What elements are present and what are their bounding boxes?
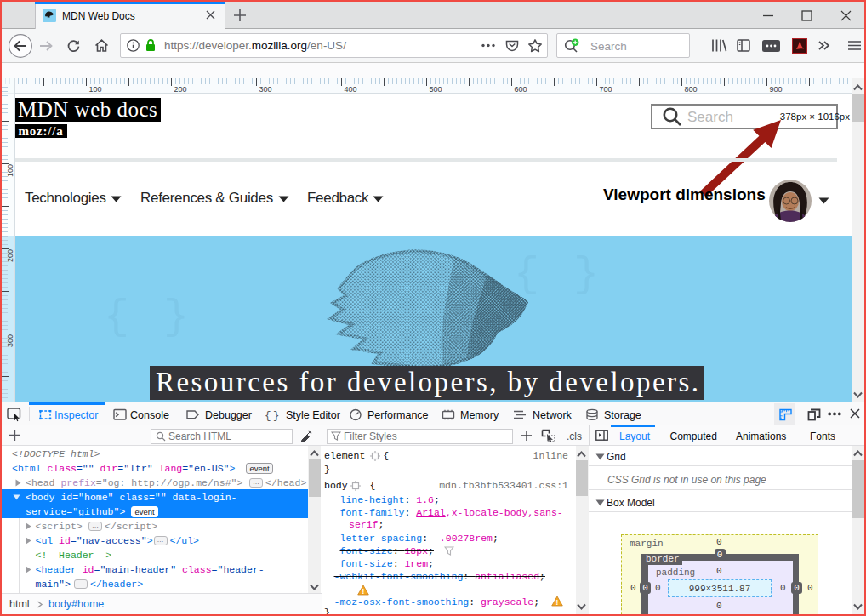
svg-text:800: 800	[685, 85, 698, 94]
svg-text:400: 400	[345, 85, 357, 94]
svg-text:!: !	[556, 598, 559, 607]
svg-text:900: 900	[770, 85, 783, 94]
svg-text:300: 300	[259, 85, 272, 94]
svg-text:200: 200	[6, 249, 14, 262]
svg-text:{ }: { }	[265, 410, 279, 422]
svg-text:200: 200	[174, 85, 187, 94]
svg-text:100: 100	[89, 85, 102, 94]
svg-text:100: 100	[6, 164, 14, 177]
svg-text:!: !	[362, 587, 365, 596]
svg-text:500: 500	[430, 85, 442, 94]
svg-text:300: 300	[6, 334, 14, 347]
svg-text:700: 700	[600, 85, 612, 94]
svg-text:600: 600	[515, 85, 527, 94]
